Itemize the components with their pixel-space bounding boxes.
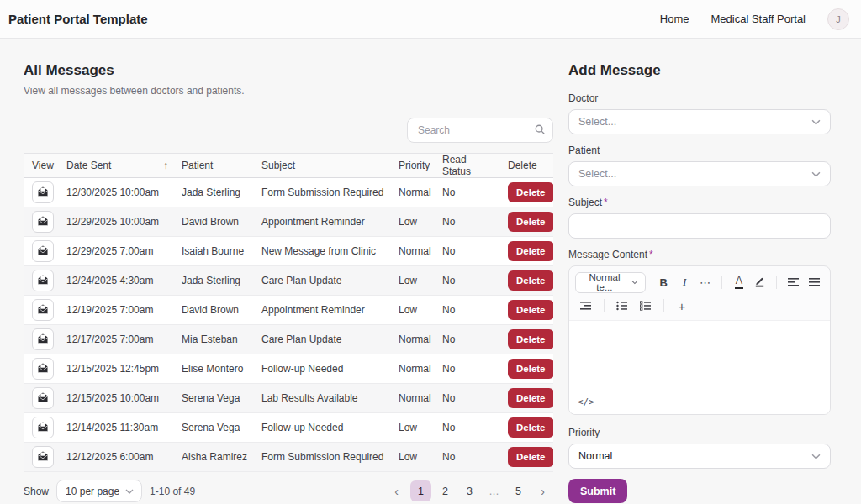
view-message-button[interactable] [32,387,54,409]
subject-label-text: Subject [568,197,602,208]
column-header-date-sent-label: Date Sent [66,160,111,171]
pagination-page-button[interactable]: 2 [435,480,456,501]
delete-button[interactable]: Delete [508,388,553,408]
delete-button[interactable]: Delete [508,300,553,320]
table-row: 12/17/2025 7:00am Mia Esteban Care Plan … [24,325,553,354]
toolbar-divider [776,276,777,289]
cell-priority: Low [392,266,436,296]
view-message-button[interactable] [32,270,54,291]
messages-table: View Date Sent ↑ Patient Subject Priorit… [24,153,553,472]
cell-patient: Jada Sterling [175,178,255,207]
ordered-list-button[interactable] [635,296,657,316]
pagination-page-button[interactable]: 1 [410,480,431,501]
mail-open-icon [37,391,49,406]
view-message-button[interactable] [32,328,54,350]
delete-button[interactable]: Delete [508,241,553,261]
cell-subject: Appointment Reminder [255,207,392,237]
subject-input[interactable] [568,213,831,239]
view-message-button[interactable] [32,446,54,468]
priority-label: Priority [568,427,831,438]
editor-content-area[interactable]: </> [569,320,830,414]
cell-read-status: No [436,325,501,354]
italic-button[interactable]: I [675,272,695,292]
text-color-button[interactable]: A [729,272,748,292]
delete-button[interactable]: Delete [508,447,553,467]
per-page-select[interactable]: 10 per page [56,480,142,502]
highlight-color-button[interactable] [750,272,769,292]
more-options-button[interactable]: ⋯ [696,272,716,292]
cell-subject: Appointment Reminder [255,296,392,325]
submit-button[interactable]: Submit [568,479,627,503]
cell-patient: David Brown [175,296,255,325]
add-message-title: Add Message [568,62,831,79]
column-header-subject[interactable]: Subject [255,154,392,178]
cell-patient: Jada Sterling [175,266,255,296]
cell-priority: Normal [392,354,436,384]
app-title: Patient Portal Template [8,12,148,26]
mail-open-icon [37,421,49,435]
align-left-button[interactable] [784,272,803,292]
cell-patient: Serena Vega [175,384,255,413]
patient-label: Patient [568,144,831,156]
column-header-read-status[interactable]: Read Status [436,154,501,178]
delete-button[interactable]: Delete [508,329,553,349]
delete-button[interactable]: Delete [508,359,553,379]
insert-button[interactable]: + [671,296,693,316]
cell-patient: David Brown [175,207,255,237]
table-row: 12/12/2025 6:00am Aisha Ramirez Form Sub… [24,443,553,472]
cell-priority: Low [392,443,436,472]
mail-open-icon [37,450,49,465]
column-header-date-sent[interactable]: Date Sent ↑ [60,154,175,178]
mail-open-icon [37,186,49,200]
cell-subject: Care Plan Update [255,325,392,354]
pagination-page-button[interactable]: 5 [508,480,529,501]
search-box [407,118,553,143]
table-row: 12/15/2025 10:00am Serena Vega Lab Resul… [24,384,553,413]
search-input[interactable] [407,118,553,143]
pagination-page-button[interactable]: 3 [459,480,480,501]
cell-date-sent: 12/14/2025 11:30am [60,413,175,443]
nav-link-medical-staff-portal[interactable]: Medical Staff Portal [711,13,806,25]
view-message-button[interactable] [32,240,54,262]
view-message-button[interactable] [32,181,54,203]
align-justify-button[interactable] [805,272,824,292]
view-message-button[interactable] [32,211,54,233]
chevron-down-icon [811,119,821,125]
pagination-next-button[interactable]: › [532,480,553,501]
ordered-list-icon [640,301,652,311]
highlighter-icon [753,275,766,290]
table-footer: Show 10 per page 1-10 of 49 ‹123…5› [24,472,553,502]
block-type-select[interactable]: Normal te... [575,272,646,293]
column-header-priority[interactable]: Priority [392,154,436,178]
delete-button[interactable]: Delete [508,417,553,438]
user-avatar[interactable]: J [827,8,849,30]
view-message-button[interactable] [32,358,54,380]
message-content-editor: Normal te... B I ⋯ A [568,265,831,415]
align-right-button[interactable] [575,296,597,316]
show-label: Show [24,486,49,497]
delete-button[interactable]: Delete [508,182,553,202]
bullet-list-button[interactable] [611,296,633,316]
chevron-down-icon [125,489,134,494]
code-view-button[interactable]: </> [578,396,594,407]
doctor-select[interactable]: Select... [568,109,831,134]
cell-priority: Low [392,207,436,237]
patient-select[interactable]: Select... [568,161,831,186]
column-header-patient[interactable]: Patient [175,154,255,178]
view-message-button[interactable] [32,299,54,321]
delete-button[interactable]: Delete [508,212,553,232]
cell-subject: Follow-up Needed [255,413,392,443]
cell-subject: Follow-up Needed [255,354,392,384]
sort-ascending-icon[interactable]: ↑ [163,160,168,171]
pagination-prev-button[interactable]: ‹ [386,480,407,501]
pagination-ellipsis: … [483,480,504,501]
delete-button[interactable]: Delete [508,270,553,291]
view-message-button[interactable] [32,417,54,438]
table-header-row: View Date Sent ↑ Patient Subject Priorit… [24,154,553,178]
main-content: All Messages View all messages between d… [0,39,861,503]
priority-select[interactable]: Normal [568,444,831,469]
subject-label: Subject* [568,197,831,208]
bold-button[interactable]: B [654,272,673,292]
nav-link-home[interactable]: Home [660,13,689,25]
table-row: 12/19/2025 7:00am David Brown Appointmen… [24,296,553,325]
